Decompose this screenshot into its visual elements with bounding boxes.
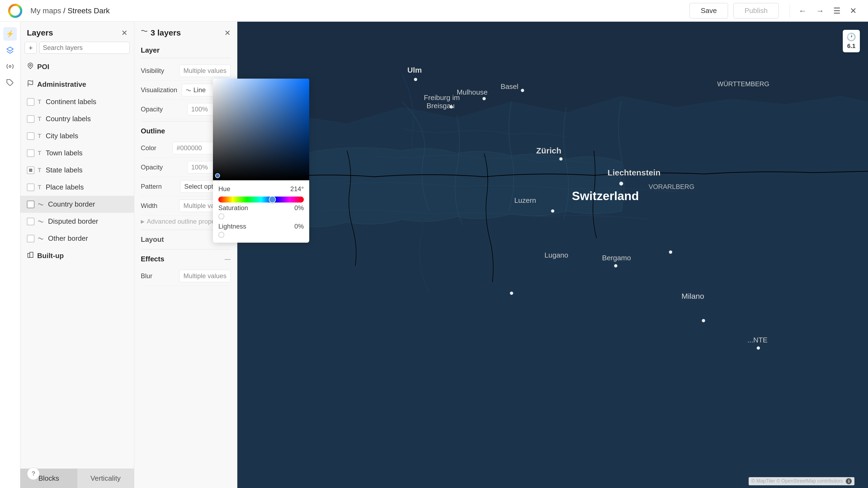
help-button[interactable]: ? <box>27 467 40 480</box>
pattern-label: Pattern <box>141 183 162 190</box>
width-label: Width <box>141 202 157 209</box>
layer-checkbox-country-labels[interactable] <box>27 115 34 123</box>
layer-item-place-labels[interactable]: T Place labels <box>20 178 134 196</box>
hue-thumb[interactable] <box>269 196 276 203</box>
logo-inner <box>10 6 20 16</box>
layer-item-town-labels[interactable]: T Town labels <box>20 144 134 162</box>
layer-label-other: Other border <box>48 234 88 242</box>
zoom-value: 6.1 <box>847 42 856 50</box>
svg-point-17 <box>614 264 617 267</box>
layer-label-country-border: Country border <box>48 200 95 208</box>
color-picker-popup: Hue 214° Saturation 0% Lightness 0% <box>213 78 309 242</box>
hue-slider[interactable] <box>218 197 304 202</box>
svg-point-1 <box>9 66 11 67</box>
layer-item-country-labels[interactable]: T Country labels <box>20 110 134 127</box>
add-layer-button[interactable]: + <box>25 42 37 54</box>
layer-checkbox-disputed[interactable] <box>27 218 34 225</box>
poi-icon <box>27 62 34 71</box>
layers-header: Layers ✕ <box>20 22 134 42</box>
close-button[interactable]: ✕ <box>846 4 860 18</box>
saturation-thumb[interactable] <box>218 214 224 219</box>
svg-point-14 <box>559 157 563 161</box>
text-icon-place: T <box>38 184 41 191</box>
layer-item-city-labels[interactable]: T City labels <box>20 127 134 144</box>
color-gradient-area[interactable] <box>213 78 309 180</box>
breadcrumb-link[interactable]: My maps <box>30 6 61 15</box>
svg-point-21 <box>757 347 760 350</box>
breadcrumb-separator: / <box>63 6 67 15</box>
sidebar-icon-layers[interactable] <box>3 43 17 57</box>
topbar-right: Save Publish ← → ☰ ✕ <box>689 3 860 19</box>
saturation-value: 0% <box>294 204 304 212</box>
svg-text:Luzern: Luzern <box>514 196 536 204</box>
publish-button[interactable]: Publish <box>734 3 779 19</box>
outline-label: Outline <box>141 127 165 135</box>
layer-group-builtup[interactable]: Built-up <box>20 247 134 265</box>
sidebar-icon-filter[interactable] <box>3 60 17 73</box>
map-area[interactable]: Ulm Freiburg im Breisgau Mulhouse Basel … <box>237 22 868 488</box>
layer-label-continent: Continent labels <box>45 98 96 106</box>
sidebar-icon-lightning[interactable]: ⚡ <box>3 27 17 41</box>
forward-button[interactable]: → <box>813 4 827 18</box>
layer-item-continent-labels[interactable]: T Continent labels <box>20 93 134 110</box>
svg-text:Lugano: Lugano <box>545 251 568 259</box>
svg-point-15 <box>619 182 623 186</box>
visualization-line-icon <box>186 86 191 94</box>
svg-rect-5 <box>29 169 32 172</box>
layer-item-other-border[interactable]: Other border <box>20 230 134 247</box>
svg-point-18 <box>669 251 672 254</box>
layer-checkbox-continent[interactable] <box>27 98 34 106</box>
layer-label-state: State labels <box>45 166 83 174</box>
lightness-thumb[interactable] <box>218 232 224 238</box>
line-icon-disputed <box>38 218 44 225</box>
svg-point-3 <box>30 65 31 66</box>
layers-close-button[interactable]: ✕ <box>121 29 127 37</box>
layer-checkbox-city[interactable] <box>27 132 34 140</box>
layer-checkbox-country-border[interactable] <box>27 201 34 208</box>
builtup-icon <box>27 251 34 260</box>
text-icon-state: T <box>38 167 41 174</box>
save-button[interactable]: Save <box>689 3 728 19</box>
visualization-label: Visualization <box>141 86 177 94</box>
sidebar-icon-puzzle[interactable] <box>3 76 17 90</box>
opacity-outline-label: Opacity <box>141 163 163 171</box>
effects-toggle: — <box>225 256 230 263</box>
layer-checkbox-town[interactable] <box>27 150 34 157</box>
props-close-button[interactable]: ✕ <box>224 29 230 37</box>
props-title-row: 3 layers <box>141 28 181 37</box>
svg-point-19 <box>702 319 705 322</box>
layer-checkbox-state[interactable] <box>27 166 34 174</box>
layer-label-city: City labels <box>45 132 78 140</box>
svg-text:Basel: Basel <box>500 83 518 91</box>
map-attribution: © MapTiler © OpenStreetMap contributors … <box>749 477 855 485</box>
color-picker-cursor <box>215 173 220 178</box>
layer-item-state-labels[interactable]: T State labels <box>20 162 134 178</box>
layer-checkbox-place[interactable] <box>27 184 34 191</box>
tab-verticality[interactable]: Verticality <box>77 469 134 488</box>
saturation-label: Saturation <box>218 204 248 212</box>
prop-blur: Blur Multiple values <box>141 266 230 286</box>
layers-panel: Layers ✕ + POI Administrative T Continen… <box>20 22 134 488</box>
svg-point-12 <box>483 97 486 100</box>
layer-checkbox-other[interactable] <box>27 235 34 242</box>
menu-button[interactable]: ☰ <box>830 4 844 18</box>
back-button[interactable]: ← <box>795 4 810 18</box>
section-effects[interactable]: Effects — <box>141 252 230 266</box>
svg-text:Mulhouse: Mulhouse <box>457 88 488 96</box>
layer-item-disputed-border[interactable]: Disputed border <box>20 213 134 230</box>
logo <box>8 4 22 18</box>
layer-item-country-border[interactable]: Country border <box>20 196 134 213</box>
layer-group-administrative[interactable]: Administrative <box>20 76 134 93</box>
svg-marker-0 <box>7 47 13 51</box>
blur-value: Multiple values <box>179 270 230 282</box>
layer-label-place: Place labels <box>45 183 84 191</box>
search-layers-input[interactable] <box>39 42 130 54</box>
layer-label-town: Town labels <box>45 149 83 157</box>
section-layer: Layer <box>141 42 230 58</box>
lightness-value: 0% <box>294 223 304 230</box>
info-icon[interactable]: ℹ <box>846 478 852 484</box>
svg-text:Ulm: Ulm <box>407 66 422 74</box>
layer-group-poi[interactable]: POI <box>20 58 134 76</box>
color-picker-controls: Hue 214° Saturation 0% Lightness 0% <box>213 180 309 242</box>
search-row: + <box>20 42 134 58</box>
